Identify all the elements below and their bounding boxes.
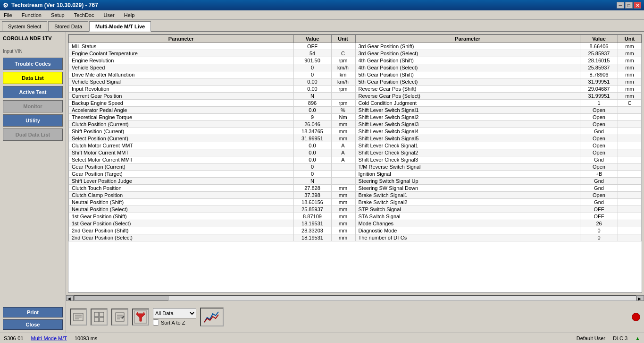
trouble-codes-button[interactable]: Trouble Codes [3,58,63,70]
value-cell: 25.85937 [293,206,331,213]
param-cell: Brake Switch Signal1 [355,192,580,199]
value-cell: OFF [580,213,618,220]
close-button-sidebar[interactable]: Close [3,319,63,330]
tab-multimode[interactable]: Multi-Mode M/T Live [89,21,151,32]
table-row: STP Switch SignalOFF [355,206,642,213]
unit-cell [618,142,642,149]
scroll-right-button[interactable]: ► [636,295,644,301]
table-row: 5th Gear Position (Select)31.99951mm [355,78,642,86]
tab-stored-data[interactable]: Stored Data [48,21,88,31]
param-cell: 2nd Gear Position (Select) [69,234,294,241]
value-cell: 18.19531 [293,220,331,227]
record-icon[interactable] [70,309,87,326]
table-row: Gear Position (Current)0 [69,163,355,171]
table-row: Brake Switch Signal2Gnd [355,199,642,206]
table-container[interactable]: Parameter Value Unit MIL StatusOFFEngine… [68,34,642,293]
unit-cell [618,107,642,114]
menu-function[interactable]: Function [20,11,43,19]
param-cell: Shift Lever Switch Signal2 [355,114,580,121]
unit-cell: mm [618,57,642,64]
table-row: Clutch Motor Current MMT0.0A [69,142,355,149]
param-cell: Reverse Gear Pos (Select) [355,93,580,100]
all-data-dropdown[interactable]: All Data Selected Data [153,308,196,318]
table-row: Steering SW Signal DownGnd [355,185,642,192]
menu-user[interactable]: User [101,11,116,19]
edit-icon[interactable] [111,309,128,326]
unit-cell [618,199,642,206]
scroll-track[interactable] [74,295,636,301]
param-cell: Mode Changes [355,220,580,227]
print-button[interactable]: Print [3,307,63,317]
param-cell: Current Gear Position [69,93,294,100]
table-row: 4th Gear Position (Shift)28.16015mm [355,57,642,64]
unit-cell [618,220,642,227]
value-cell: 0.00 [293,86,331,93]
table-row: STA Switch SignalOFF [355,213,642,220]
scroll-thumb[interactable] [74,296,168,300]
maximize-button[interactable]: □ [625,2,633,9]
param-cell: Cold Condition Judgment [355,100,580,107]
param-cell: Steering SW Signal Down [355,185,580,192]
value-cell: 896 [293,100,331,107]
value-cell: +B [580,171,618,178]
value-cell: 18.34765 [293,128,331,135]
unit-cell: mm [618,93,642,100]
unit-cell: mm [331,234,355,241]
param-cell: Shift Position (Current) [69,128,294,135]
minimize-button[interactable]: ─ [617,2,624,9]
table-row: Shift Lever Check Signal3Gnd [355,156,642,163]
param-cell: STA Switch Signal [355,213,580,220]
table-row: 2nd Gear Position (Shift)28.33203mm [69,227,355,234]
value-cell: 31.99951 [580,78,618,86]
param-cell: Gear Position (Current) [69,163,294,171]
value-cell: OFF [580,206,618,213]
param-cell: 5th Gear Position (Select) [355,78,580,86]
table-row: Engine Coolant Temperature54C [69,50,355,57]
value-cell: 1 [580,100,618,107]
param-cell: MIL Status [69,43,294,50]
status-mode: Multi-Mode M/T [31,335,67,341]
unit-cell: rpm [331,100,355,107]
table-row: Vehicle Speed0km/h [69,64,355,71]
scroll-left-button[interactable]: ◄ [66,295,74,301]
unit-cell [618,163,642,171]
table-row: 4th Gear Position (Select)25.85937mm [355,64,642,71]
table-row: Shift Lever Switch Signal1Open [355,107,642,114]
unit-cell [618,156,642,163]
grid-icon[interactable] [91,309,108,326]
table-row: Shift Lever Switch Signal4Gnd [355,128,642,135]
menu-techdoc[interactable]: TechDoc [72,11,96,19]
unit-cell: C [331,50,355,57]
table-row: 1st Gear Position (Shift)8.87109mm [69,213,355,220]
vehicle-label: COROLLA NDE 1TV [3,35,63,42]
param-cell: Clutch Motor Current MMT [69,142,294,149]
horizontal-scrollbar[interactable]: ◄ ► [66,295,644,300]
tab-system-select[interactable]: System Select [2,21,47,31]
data-list-button[interactable]: Data List [3,72,63,84]
value-cell: 0.0 [293,156,331,163]
active-test-button[interactable]: Active Test [3,86,63,98]
table-row: Gear Position (Target)0 [69,171,355,178]
unit-cell: mm [331,192,355,199]
unit-cell: mm [331,185,355,192]
chart-icon[interactable] [200,308,224,326]
table-row: 5th Gear Position (Shift)8.78906mm [355,71,642,78]
dual-data-list-button[interactable]: Dual Data List [3,129,63,141]
param-cell: Clutch Touch Position [69,185,294,192]
sort-checkbox[interactable] [153,319,159,326]
svg-rect-7 [100,317,104,322]
unit-cell: mm [331,135,355,142]
menu-setup[interactable]: Setup [49,11,67,19]
title-bar-controls[interactable]: ─ □ ✕ [617,2,641,9]
param-cell: Shift Motor Current MMT [69,149,294,156]
unit-cell [618,227,642,234]
close-button[interactable]: ✕ [634,2,641,9]
value-cell: 0 [293,163,331,171]
menu-file[interactable]: File [2,11,14,19]
filter-icon[interactable] [132,309,149,326]
menu-help[interactable]: Help [122,11,137,19]
value-cell: 29.04687 [580,86,618,93]
table-row: Current Gear PositionN [69,93,355,100]
utility-button[interactable]: Utility [3,114,63,127]
monitor-button[interactable]: Monitor [3,100,63,112]
